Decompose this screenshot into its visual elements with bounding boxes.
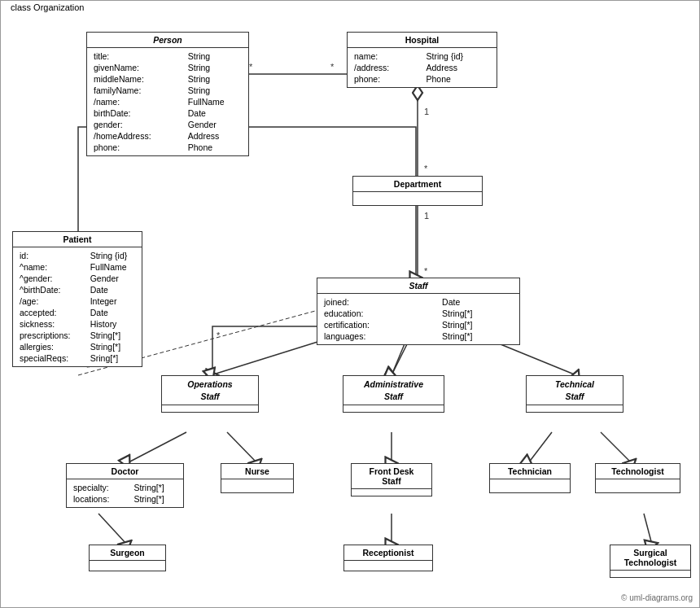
svg-line-18 [528,432,552,463]
class-patient: Patient id:String {id} ^name:FullName ^g… [12,231,142,367]
class-operations-staff: OperationsStaff [161,375,259,413]
class-surgical-technologist-body [610,571,690,577]
svg-line-15 [127,432,186,463]
class-hospital: Hospital name:String {id} /address:Addre… [347,32,497,88]
class-surgeon-body [90,561,165,571]
class-surgeon-header: Surgeon [90,545,165,561]
class-technologist-body [596,479,680,492]
class-receptionist-body [344,561,432,571]
class-technologist-header: Technologist [596,464,680,479]
class-doctor-body: specialty:String[*] locations:String[*] [67,479,183,507]
svg-text:*: * [330,62,335,72]
class-person-header: Person [87,33,248,48]
class-administrative-staff-header: AdministrativeStaff [343,376,444,405]
class-surgeon: Surgeon [89,545,166,571]
class-doctor-header: Doctor [67,464,183,479]
class-person-body: title:String givenName:String middleName… [87,48,248,155]
class-hospital-header: Hospital [348,33,497,48]
svg-text:*: * [424,266,428,276]
class-receptionist: Receptionist [343,545,433,571]
class-front-desk-staff-body [352,489,431,496]
class-staff-header: Staff [317,278,519,294]
class-department-header: Department [353,177,482,192]
class-surgical-technologist-header: SurgicalTechnologist [610,545,690,571]
class-front-desk-staff: Front DeskStaff [351,463,432,496]
class-patient-body: id:String {id} ^name:FullName ^gender:Ge… [13,247,142,366]
class-operations-staff-body [162,405,258,412]
class-hospital-body: name:String {id} /address:Address phone:… [348,48,497,87]
diagram-title: class Organization [7,2,88,12]
class-person: Person title:String givenName:String mid… [86,32,249,156]
class-nurse-body [221,479,293,492]
class-receptionist-header: Receptionist [344,545,432,561]
svg-text:*: * [217,330,221,340]
svg-line-20 [98,514,127,545]
class-nurse-header: Nurse [221,464,293,479]
class-administrative-staff-body [343,405,444,412]
svg-line-19 [601,432,632,463]
class-front-desk-staff-header: Front DeskStaff [352,464,431,489]
class-staff: Staff joined:Date education:String[*] ce… [317,278,520,345]
svg-text:*: * [249,62,253,72]
class-doctor: Doctor specialty:String[*] locations:Str… [66,463,184,508]
class-surgical-technologist: SurgicalTechnologist [610,545,691,578]
class-technologist: Technologist [595,463,680,493]
svg-line-16 [227,432,257,463]
class-technical-staff-header: TechnicalStaff [527,376,623,405]
svg-line-22 [644,514,652,545]
class-technician-body [490,479,570,492]
diagram-container: class Organization * * 1 * 1 * [0,0,700,608]
class-technician-header: Technician [490,464,570,479]
class-operations-staff-header: OperationsStaff [162,376,258,405]
class-staff-body: joined:Date education:String[*] certific… [317,294,519,344]
class-department-body [353,192,482,205]
svg-text:*: * [424,164,428,173]
class-department: Department [352,176,483,206]
copyright: © uml-diagrams.org [621,593,693,602]
svg-text:1: 1 [424,211,429,221]
class-technical-staff: TechnicalStaff [526,375,623,413]
class-patient-header: Patient [13,232,142,247]
class-technical-staff-body [527,405,623,412]
class-nurse: Nurse [221,463,294,493]
class-technician: Technician [489,463,571,493]
class-administrative-staff: AdministrativeStaff [343,375,444,413]
svg-text:1: 1 [424,107,429,116]
